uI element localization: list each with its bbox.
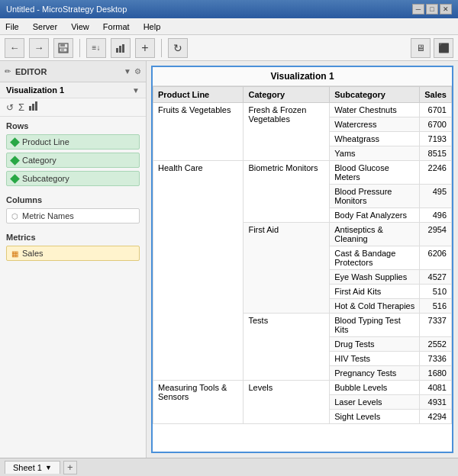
main-layout: ✏ EDITOR ▼ ⚙ Visualization 1 ▼ ↺ Σ Rows [0,61,458,458]
cell-sales: 7337 [420,314,452,337]
bottom-bar: Sheet 1 ▼ + [0,458,458,476]
field-subcategory-label: Subcategory [22,174,69,183]
back-button[interactable]: ← [5,38,24,58]
undo-icon[interactable]: ↺ [6,102,14,113]
cell-subcategory: Antiseptics & Cleaning [330,223,420,246]
cell-category: Levels [244,381,330,424]
menu-file[interactable]: File [3,21,21,32]
sigma-icon[interactable]: Σ [18,101,24,113]
add-button[interactable]: + [135,38,155,58]
svg-rect-1 [60,43,65,47]
field-diamond-icon [10,174,20,184]
cell-subcategory: Watercress [330,117,420,132]
settings-icon[interactable]: ⚙ [134,67,141,76]
field-category[interactable]: Category [6,153,140,168]
separator-2 [161,39,162,57]
table-header-row: Product Line Category Subcategory Sales [153,87,452,103]
col-product-line[interactable]: Product Line [153,87,244,103]
toolbar-right: 🖥 ⬛ [411,38,453,58]
cell-subcategory: Blood Pressure Monitors [330,185,420,208]
table-wrapper[interactable]: Product Line Category Subcategory Sales … [153,86,452,452]
svg-rect-3 [61,49,64,51]
svg-rect-9 [35,101,37,111]
menu-view[interactable]: View [69,21,92,32]
viz-name: Visualization 1 [6,85,132,95]
chart-button[interactable] [111,38,131,58]
svg-rect-7 [29,106,31,111]
cell-subcategory: Blood Typing Test Kits [330,314,420,337]
save-icon [58,43,69,53]
col-subcategory[interactable]: Subcategory [330,87,420,103]
metric-names-icon: ⬡ [11,212,18,220]
sheet-tab-label: Sheet 1 [13,463,42,472]
cell-sales: 6701 [420,103,452,117]
maximize-button[interactable]: □ [426,4,438,14]
metric-names-label: Metric Names [22,211,74,220]
viz-table: Product Line Category Subcategory Sales … [153,86,452,424]
menu-help[interactable]: Help [141,21,163,32]
sheet-tab-1[interactable]: Sheet 1 ▼ [5,461,60,474]
cell-sales: 510 [420,285,452,299]
col-category[interactable]: Category [244,87,330,103]
cell-subcategory: Water Chestnuts [330,103,420,117]
panel-controls: ▼ ⚙ [124,67,141,76]
cell-subcategory: HIV Tests [330,352,420,366]
cell-subcategory: Drug Tests [330,337,420,352]
field-subcategory[interactable]: Subcategory [6,171,140,186]
extra-button[interactable]: ⬛ [434,38,453,58]
sales-metric-icon: ▦ [11,249,18,258]
add-sheet-button[interactable]: + [63,461,77,474]
col-sales[interactable]: Sales [420,87,452,103]
field-category-label: Category [22,156,56,165]
monitor-button[interactable]: 🖥 [411,38,431,58]
app-title: Untitled - MicroStrategy Desktop [6,5,127,14]
field-sales[interactable]: ▦ Sales [6,246,140,261]
data-button[interactable]: ≡↓ [86,38,106,58]
cell-sales: 1680 [420,366,452,381]
table-row: Measuring Tools & SensorsLevelsBubble Le… [153,381,452,395]
forward-button[interactable]: → [29,38,49,58]
cell-sales: 4294 [420,410,452,424]
cell-subcategory: Eye Wash Supplies [330,270,420,285]
cell-subcategory: Blood Glucose Meters [330,161,420,185]
columns-section: Columns ⬡ Metric Names [0,191,146,225]
cell-subcategory: Yams [330,146,420,161]
cell-subcategory: Laser Levels [330,395,420,410]
menu-bar: FileServerViewFormatHelp [0,18,458,35]
cell-sales: 2954 [420,223,452,246]
svg-rect-8 [32,104,34,111]
title-bar: Untitled - MicroStrategy Desktop ─ □ ✕ [0,0,458,18]
close-button[interactable]: ✕ [440,4,452,14]
menu-format[interactable]: Format [101,21,132,32]
cell-sales: 495 [420,185,452,208]
viz-tools: ↺ Σ [0,98,146,117]
cell-subcategory: First Aid Kits [330,285,420,299]
rows-label: Rows [0,117,146,133]
cell-sales: 6700 [420,117,452,132]
cell-subcategory: Sight Levels [330,410,420,424]
cell-sales: 7193 [420,132,452,146]
cell-category: Biometric Monitors [244,161,330,223]
chart-icon [115,43,126,53]
field-product-line-label: Product Line [22,137,69,146]
viz-type-icon[interactable] [29,101,40,113]
toolbar: ← → ≡↓ + ↻ 🖥 ⬛ [0,35,458,61]
metrics-section: Metrics ▦ Sales [0,228,146,262]
left-panel: ✏ EDITOR ▼ ⚙ Visualization 1 ▼ ↺ Σ Rows [0,61,147,458]
save-button[interactable] [53,38,73,58]
viz-expand-icon[interactable]: ▼ [132,86,140,95]
field-product-line[interactable]: Product Line [6,134,140,150]
minimize-button[interactable]: ─ [412,4,424,14]
menu-server[interactable]: Server [31,21,60,32]
metric-names-item[interactable]: ⬡ Metric Names [6,208,140,224]
filter-icon[interactable]: ▼ [124,67,131,76]
cell-sales: 516 [420,299,452,314]
cell-sales: 2246 [420,161,452,185]
panel-tabs: ✏ EDITOR ▼ ⚙ [0,61,146,82]
editor-pencil-icon: ✏ [5,67,11,76]
svg-rect-4 [116,48,118,53]
refresh-button[interactable]: ↻ [168,38,188,58]
cell-sales: 4527 [420,270,452,285]
cell-sales: 2552 [420,337,452,352]
viz-name-row: Visualization 1 ▼ [0,82,146,98]
